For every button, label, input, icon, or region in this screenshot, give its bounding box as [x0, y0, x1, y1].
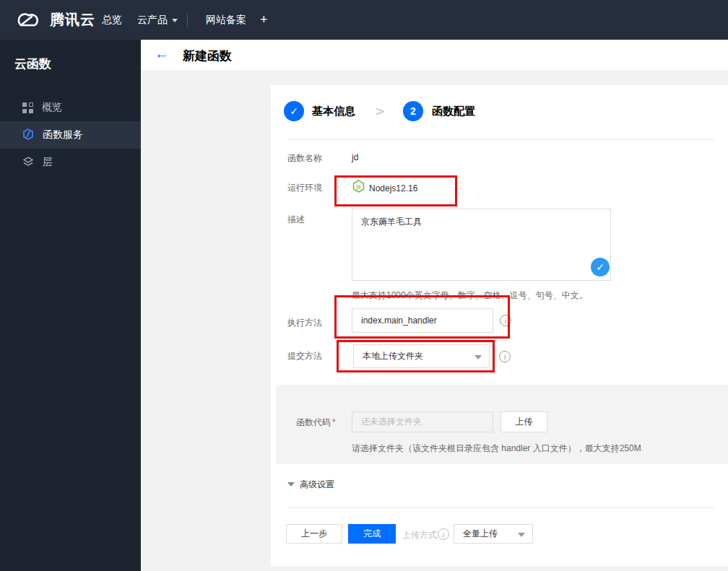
layers-icon — [22, 156, 34, 170]
step2-label: 函数配置 — [432, 101, 475, 121]
page-header: ← 新建函数 — [141, 40, 728, 70]
add-tab-button[interactable]: + — [260, 0, 268, 40]
description-valid-check-icon: ✓ — [591, 258, 610, 276]
brand[interactable]: 腾讯云 — [12, 0, 95, 40]
tencent-cloud-logo-icon — [12, 8, 43, 32]
sidebar-item-label: 概览 — [42, 101, 62, 114]
function-code-panel: 函数代码* 还未选择文件夹 上传 请选择文件夹（该文件夹根目录应包含 handl… — [276, 385, 728, 464]
function-name-label: 函数名称 — [287, 152, 322, 165]
sidebar-item-layers[interactable]: 层 — [0, 149, 141, 176]
description-textarea[interactable]: 京东薅羊毛工具 — [352, 209, 611, 281]
submit-method-value: 本地上传文件夹 — [363, 350, 423, 362]
sidebar-title: 云函数 — [0, 40, 141, 90]
step2-number: 2 — [403, 101, 423, 121]
runtime-label: 运行环境 — [287, 182, 322, 194]
sidebar-item-label: 层 — [43, 156, 53, 169]
footer-divider — [287, 507, 714, 508]
sidebar-item-overview[interactable]: 概览 — [0, 94, 141, 121]
sidebar: 云函数 概览 函数服务 层 — [0, 40, 141, 571]
back-arrow-icon[interactable]: ← — [155, 45, 169, 62]
advanced-settings-toggle[interactable]: 高级设置 — [287, 479, 334, 491]
upload-mode-label: 上传方式 — [402, 529, 437, 541]
svg-text:js: js — [356, 184, 361, 190]
description-hint: 最大支持1000个英文字母、数字、空格、逗号、句号、中文。 — [352, 289, 588, 302]
function-name-value: jd — [352, 152, 358, 162]
description-label: 描述 — [287, 214, 305, 226]
step1-label: 基本信息 — [312, 101, 355, 121]
chevron-down-icon — [518, 533, 525, 537]
finish-button[interactable]: 完成 — [348, 524, 396, 544]
function-code-hint: 请选择文件夹（该文件夹根目录应包含 handler 入口文件），最大支持250M — [352, 443, 641, 455]
topbar: 腾讯云 总览 云产品 网站备案 + — [0, 0, 728, 40]
upload-mode-info-icon[interactable]: i — [438, 528, 449, 540]
chevron-down-icon — [172, 19, 178, 22]
submit-method-select[interactable]: 本地上传文件夹 — [353, 344, 490, 368]
scf-hexagon-icon — [22, 128, 34, 142]
topnav-icp[interactable]: 网站备案 — [206, 0, 246, 40]
handler-input[interactable] — [352, 308, 493, 333]
folder-path-field: 还未选择文件夹 — [352, 411, 493, 432]
function-code-label: 函数代码* — [296, 417, 336, 429]
submit-method-info-icon[interactable]: i — [499, 351, 511, 362]
upload-button[interactable]: 上传 — [500, 411, 547, 432]
required-asterisk: * — [332, 417, 336, 427]
step1-done-icon: ✓ — [284, 101, 304, 121]
page-title: 新建函数 — [183, 48, 232, 64]
topnav-cloud-products[interactable]: 云产品 — [137, 0, 178, 40]
new-function-card: ✓ 基本信息 > 2 函数配置 函数名称 jd 运行环境 js Nodejs12… — [271, 85, 728, 566]
chevron-down-icon — [474, 355, 482, 359]
triangle-down-icon — [287, 482, 295, 487]
topnav-overview[interactable]: 总览 — [102, 0, 122, 40]
handler-label: 执行方法 — [287, 317, 322, 329]
topnav-divider — [187, 13, 188, 27]
upload-mode-select[interactable]: 全量上传 — [454, 524, 533, 544]
steps-divider — [287, 139, 714, 140]
upload-mode-value: 全量上传 — [463, 528, 498, 540]
handler-info-icon[interactable]: i — [500, 315, 511, 326]
sidebar-item-label: 函数服务 — [43, 128, 83, 141]
submit-method-label: 提交方法 — [287, 350, 322, 362]
runtime-value: Nodejs12.16 — [369, 183, 417, 193]
grid-icon — [22, 103, 33, 113]
step-chevron-icon: > — [375, 101, 385, 121]
sidebar-item-function-service[interactable]: 函数服务 — [0, 121, 141, 149]
nodejs-icon: js — [352, 180, 365, 195]
prev-step-button[interactable]: 上一步 — [286, 524, 342, 544]
brand-name: 腾讯云 — [50, 10, 95, 30]
